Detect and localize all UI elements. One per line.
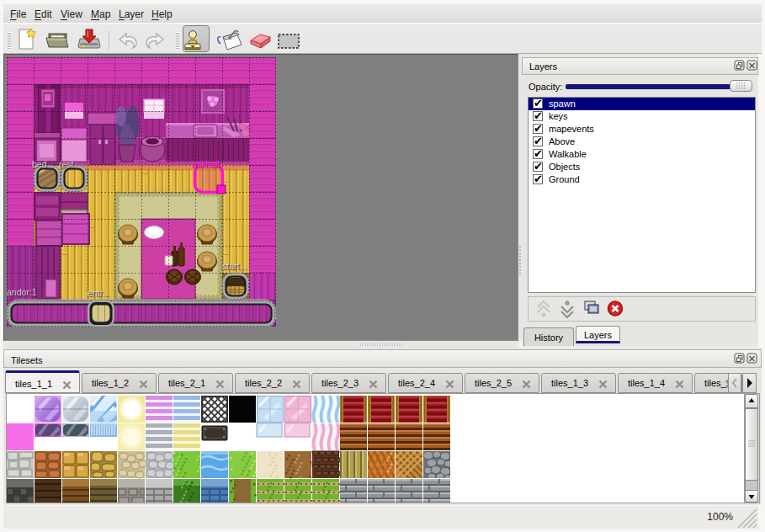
svg-text:bed: bed [32, 159, 47, 169]
svg-text:start...: start... [222, 261, 247, 271]
svg-text:mikhail: mikhail [192, 159, 220, 169]
svg-text:rest: rest [59, 159, 74, 169]
svg-text:andor:1: andor:1 [7, 287, 37, 297]
svg-text:entr...: entr... [88, 288, 109, 298]
